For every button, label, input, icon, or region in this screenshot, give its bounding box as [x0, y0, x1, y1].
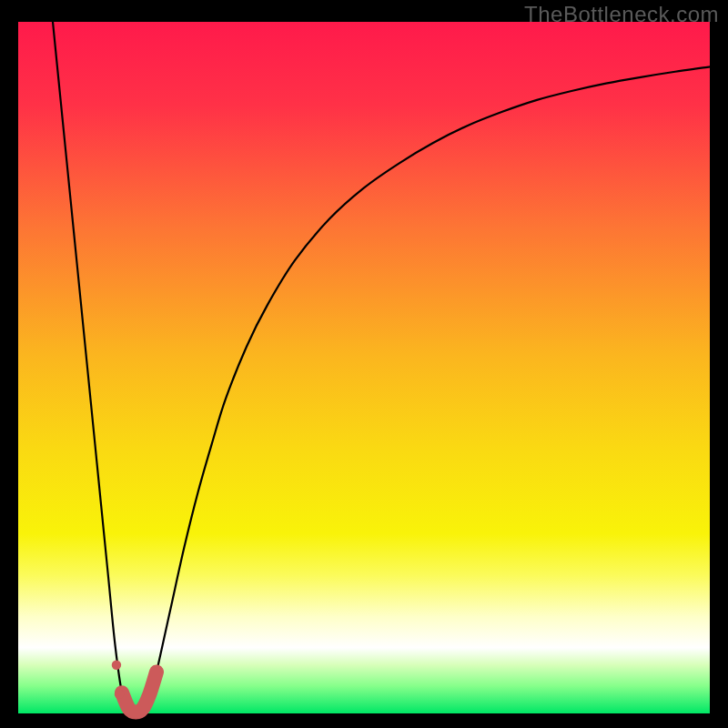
marker-a: [112, 661, 121, 670]
gradient-background: [18, 22, 710, 713]
marker-b: [115, 690, 124, 699]
chart-frame: TheBottleneck.com: [0, 0, 728, 728]
watermark-text: TheBottleneck.com: [524, 2, 719, 27]
bottleneck-plot: [0, 0, 728, 728]
